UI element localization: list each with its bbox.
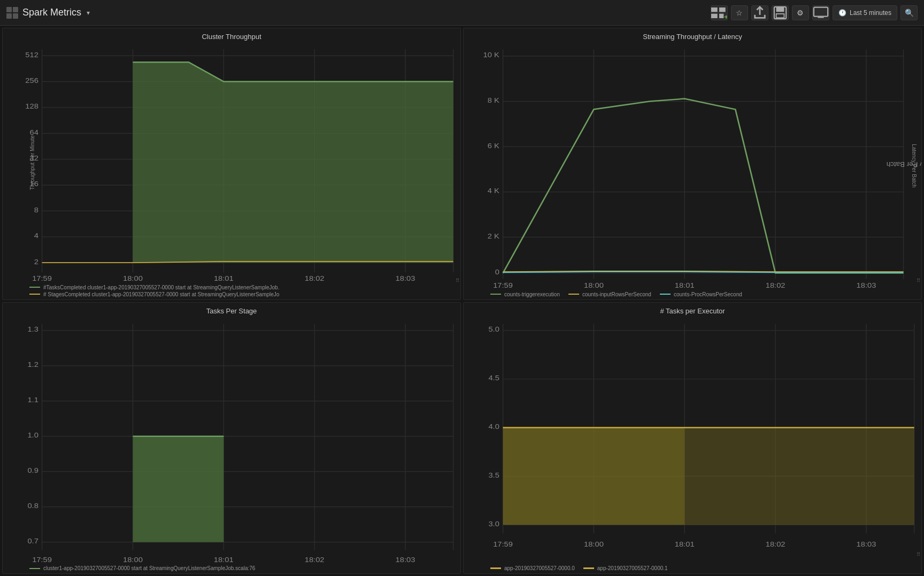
streaming-legend-1: counts-inputRowsPerSecond	[568, 291, 651, 297]
svg-text:18:00: 18:00	[584, 281, 604, 289]
save-button[interactable]	[772, 5, 789, 20]
dashboard: Cluster Throughput Throughput Per Minute…	[0, 26, 924, 576]
cluster-throughput-legend: #TasksCompleted cluster1-app-20190327005…	[3, 282, 460, 299]
svg-rect-1	[711, 13, 718, 18]
executor-resize-handle[interactable]: ⠿	[917, 551, 920, 557]
tasks-per-executor-svg: 5.0 4.5 4.0 3.5 3.0 17:59	[464, 317, 921, 564]
streaming-throughput-svg: 10 K 8 K 6 K 4 K 2 K 0	[464, 43, 921, 289]
streaming-legend-label-2: counts-ProcRowsPerSecond	[674, 291, 742, 297]
svg-rect-3	[719, 13, 723, 18]
svg-text:0.7: 0.7	[27, 536, 38, 544]
tasks-per-stage-chart: 1.3 1.2 1.1 1.0 0.9 0.8 0.7	[3, 317, 460, 564]
svg-rect-118	[684, 427, 914, 525]
executor-legend-label-0: app-20190327005527-0000.0	[504, 565, 575, 571]
svg-text:8 K: 8 K	[488, 96, 500, 104]
header-left: Spark Metrics ▾	[6, 7, 90, 19]
executor-legend-label-1: app-20190327005527-0000.1	[597, 565, 668, 571]
svg-rect-2	[719, 7, 726, 12]
svg-text:3.0: 3.0	[488, 519, 499, 527]
legend-color-0	[29, 287, 40, 288]
svg-marker-41	[133, 62, 453, 263]
svg-text:17:59: 17:59	[493, 281, 513, 289]
svg-text:1.1: 1.1	[27, 395, 38, 403]
legend-label-1: # StagesCompleted cluster1-app-201903270…	[43, 291, 279, 297]
svg-text:18:00: 18:00	[123, 555, 143, 563]
svg-text:0.8: 0.8	[27, 501, 38, 509]
legend-item-1: # StagesCompleted cluster1-app-201903270…	[29, 291, 456, 297]
svg-text:18:02: 18:02	[305, 555, 325, 563]
executor-legend-color-0	[490, 567, 501, 569]
svg-rect-8	[814, 7, 828, 16]
svg-text:4 K: 4 K	[488, 187, 500, 195]
tasks-per-stage-svg: 1.3 1.2 1.1 1.0 0.9 0.8 0.7	[3, 317, 460, 564]
svg-text:10 K: 10 K	[483, 51, 500, 59]
tasks-per-executor-panel: # Tasks per Executor 5.0 4.5 4.0 3.5 3.0	[463, 302, 922, 574]
svg-rect-7	[776, 13, 784, 17]
tasks-per-executor-chart: 5.0 4.5 4.0 3.5 3.0 17:59	[464, 317, 921, 564]
streaming-legend-color-2	[660, 294, 671, 295]
svg-rect-6	[776, 6, 784, 11]
app-title: Spark Metrics	[22, 7, 81, 18]
svg-text:3.5: 3.5	[488, 471, 499, 479]
settings-button[interactable]: ⚙	[792, 5, 809, 20]
streaming-throughput-legend: counts-triggerexecution counts-inputRows…	[464, 289, 921, 299]
streaming-legend-2: counts-ProcRowsPerSecond	[660, 291, 742, 297]
search-button[interactable]: 🔍	[900, 5, 918, 20]
svg-text:17:59: 17:59	[32, 274, 52, 282]
tasks-stage-legend-color-0	[29, 568, 40, 569]
cluster-throughput-title: Cluster Throughput	[3, 28, 460, 43]
add-panel-button[interactable]: +	[711, 5, 728, 20]
svg-text:4: 4	[34, 232, 38, 240]
legend-color-1	[29, 294, 40, 295]
svg-text:8: 8	[34, 206, 38, 214]
streaming-throughput-panel: Streaming Throughput / Latency 10 K 8 K …	[463, 28, 922, 300]
tasks-per-stage-legend: cluster1-app-20190327005527-0000 start a…	[3, 563, 460, 573]
clock-icon: 🕐	[838, 9, 846, 17]
time-range-button[interactable]: 🕐 Last 5 minutes	[833, 5, 897, 20]
cluster-throughput-panel: Cluster Throughput Throughput Per Minute…	[2, 28, 461, 300]
streaming-resize-handle[interactable]: ⠿	[917, 278, 920, 283]
svg-rect-67	[3, 317, 460, 564]
tasks-stage-legend-label-0: cluster1-app-20190327005527-0000 start a…	[43, 565, 255, 571]
svg-text:18:01: 18:01	[675, 540, 695, 548]
legend-label-0: #TasksCompleted cluster1-app-20190327005…	[43, 285, 279, 290]
svg-text:18:02: 18:02	[766, 281, 786, 289]
svg-text:4.5: 4.5	[488, 373, 499, 381]
display-button[interactable]	[812, 5, 829, 20]
star-button[interactable]: ☆	[731, 5, 748, 20]
svg-text:2: 2	[34, 257, 38, 265]
streaming-legend-0: counts-triggerexecution	[490, 291, 560, 297]
svg-text:1.2: 1.2	[27, 360, 38, 368]
svg-text:18:01: 18:01	[675, 281, 695, 289]
svg-text:17:59: 17:59	[32, 555, 52, 563]
executor-legend-1: app-20190327005527-0000.1	[583, 565, 668, 571]
header-right: + ☆ ⚙ 🕐 Last 5 minutes	[711, 5, 918, 20]
svg-text:256: 256	[25, 76, 38, 85]
svg-text:18:00: 18:00	[123, 274, 143, 282]
svg-rect-93	[133, 436, 224, 542]
title-dropdown-icon[interactable]: ▾	[87, 9, 90, 17]
svg-text:6 K: 6 K	[488, 141, 500, 149]
svg-text:512: 512	[25, 50, 38, 58]
svg-text:0: 0	[495, 268, 499, 276]
svg-text:17:59: 17:59	[493, 540, 513, 548]
svg-text:18:03: 18:03	[857, 281, 876, 289]
svg-text:5.0: 5.0	[488, 325, 499, 333]
svg-text:0.9: 0.9	[27, 466, 38, 474]
svg-text:18:03: 18:03	[857, 540, 876, 548]
tasks-per-executor-legend: app-20190327005527-0000.0 app-2019032700…	[464, 563, 921, 573]
tasks-stage-legend-0: cluster1-app-20190327005527-0000 start a…	[29, 565, 456, 571]
streaming-legend-label-1: counts-inputRowsPerSecond	[582, 291, 651, 297]
cluster-throughput-chart: Throughput Per Minute 512 256 128 64 32 …	[3, 43, 460, 282]
resize-handle[interactable]: ⠿	[456, 278, 459, 283]
streaming-throughput-title: Streaming Throughput / Latency	[464, 28, 921, 43]
svg-text:+: +	[724, 12, 727, 19]
cluster-throughput-svg: 512 256 128 64 32 16 8 4 2	[3, 43, 460, 282]
tasks-per-stage-title: Tasks Per Stage	[3, 303, 460, 317]
share-button[interactable]	[751, 5, 768, 20]
cluster-throughput-y-label: Throughput Per Minute	[29, 135, 35, 190]
svg-text:18:00: 18:00	[584, 540, 604, 548]
svg-text:18:02: 18:02	[766, 540, 786, 548]
svg-text:18:01: 18:01	[214, 555, 234, 563]
svg-text:128: 128	[25, 102, 38, 110]
